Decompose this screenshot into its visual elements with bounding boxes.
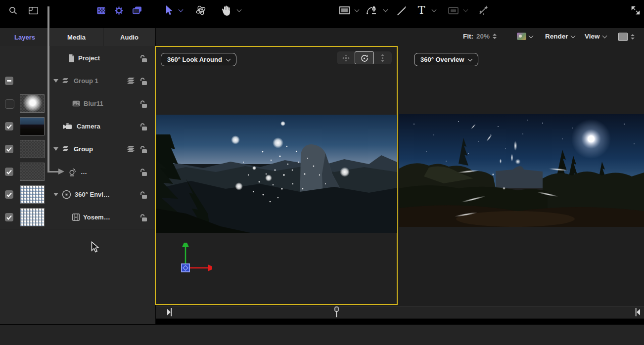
gear-icon — [115, 6, 123, 15]
timeline-out-marker[interactable] — [635, 308, 640, 316]
lock-open-icon[interactable] — [139, 145, 147, 154]
render-label: Render — [545, 33, 568, 40]
view-label: View — [585, 33, 600, 40]
layer-row-camera[interactable]: Camera — [0, 115, 155, 138]
overview-mode-dropdown[interactable]: 360° Overview — [414, 53, 478, 66]
rectangle-shape-tool[interactable] — [337, 0, 351, 21]
film-clip-icon — [72, 214, 80, 221]
layer-thumbnail[interactable] — [20, 163, 45, 181]
expand-diagonal-icon — [631, 6, 640, 15]
layer-name: Blur11 — [84, 100, 103, 107]
layer-row-group[interactable]: Group — [0, 138, 155, 161]
layer-thumbnail[interactable] — [20, 185, 45, 204]
layer-thumbnail[interactable] — [20, 140, 45, 158]
overview-mode-label: 360° Overview — [420, 56, 464, 63]
activation-checkbox-mixed[interactable] — [5, 77, 13, 85]
lock-open-icon[interactable] — [139, 77, 147, 86]
render-menu[interactable]: Render — [545, 33, 575, 40]
render-settings-toggle[interactable] — [112, 0, 126, 21]
text-tool-dropdown[interactable] — [429, 0, 438, 21]
dolly-tool-button[interactable] — [374, 51, 392, 64]
mask-tool-disabled[interactable] — [446, 0, 460, 21]
pen-tool-dropdown[interactable] — [381, 0, 390, 21]
timeline-in-marker[interactable] — [167, 308, 172, 316]
layer-thumbnail[interactable] — [20, 94, 45, 113]
layer-row-project[interactable]: Project — [0, 47, 155, 70]
mask-rectangle-icon — [448, 7, 459, 14]
lock-open-icon[interactable] — [139, 191, 147, 199]
sphere-360-icon — [62, 190, 71, 199]
tab-audio[interactable]: Audio — [103, 28, 155, 46]
chevron-down-icon — [226, 56, 230, 61]
zoom-level-control[interactable]: Fit: 20% — [463, 33, 497, 40]
orbit-tool-button-selected[interactable] — [355, 51, 373, 64]
lock-open-icon[interactable] — [139, 214, 147, 222]
show-hud-toggle[interactable] — [130, 0, 144, 21]
disclosure-triangle[interactable] — [53, 79, 58, 83]
tab-layers[interactable]: Layers — [0, 28, 50, 46]
mini-timeline[interactable] — [156, 306, 644, 319]
view-tool-dropdown[interactable] — [234, 0, 243, 21]
camera-icon — [62, 123, 73, 130]
orbit-rotate-icon — [360, 54, 368, 62]
shape-tool-dropdown[interactable] — [352, 0, 361, 21]
activation-checkbox-checked[interactable] — [5, 145, 13, 153]
lock-open-icon[interactable] — [139, 54, 147, 63]
timeline-playhead[interactable] — [334, 306, 339, 317]
chevron-down-icon — [570, 33, 575, 38]
layer-row-blur11[interactable]: Blur11 — [0, 92, 155, 116]
adjust-item-tool[interactable] — [476, 0, 491, 21]
3d-transform-gizmo[interactable] — [174, 236, 221, 277]
disclosure-triangle[interactable] — [53, 147, 58, 151]
chevron-down-icon — [602, 33, 607, 38]
viewport-overview-image[interactable] — [399, 114, 644, 227]
lock-open-icon[interactable] — [139, 100, 147, 108]
layout-stepper[interactable] — [631, 34, 635, 40]
search-button[interactable] — [6, 0, 20, 21]
expand-view-button[interactable] — [629, 0, 642, 21]
disclosure-triangle[interactable] — [53, 193, 58, 196]
layer-row-emitter[interactable]: … — [0, 161, 155, 184]
bezier-pen-tool[interactable] — [365, 0, 380, 21]
project-pane-toggle[interactable] — [26, 0, 41, 21]
viewport-look-around-image[interactable] — [156, 115, 397, 233]
tab-media[interactable]: Media — [50, 28, 103, 46]
activation-checkbox-checked[interactable] — [5, 122, 13, 130]
layer-thumbnail[interactable] — [20, 208, 45, 226]
emitter-icon — [68, 168, 77, 176]
pan-hand-tool[interactable] — [220, 0, 232, 21]
3d-transform-tool[interactable] — [194, 0, 208, 21]
orbit-3d-icon — [195, 5, 206, 16]
zoom-stepper[interactable] — [493, 34, 497, 39]
layer-row-360-environment[interactable]: 360° Envi… — [0, 183, 155, 207]
line-tool[interactable] — [395, 0, 409, 21]
lock-open-icon[interactable] — [139, 123, 147, 131]
activation-checkbox-checked[interactable] — [5, 168, 13, 176]
layer-name: Yosem… — [83, 214, 110, 221]
select-arrow-icon — [166, 5, 173, 15]
document-icon — [68, 54, 75, 62]
show-alpha-toggle[interactable] — [94, 0, 108, 21]
layout-selector[interactable] — [618, 33, 635, 41]
layer-name: Camera — [77, 123, 100, 130]
select-transform-tool[interactable] — [163, 0, 175, 21]
pan-tool-button[interactable] — [337, 51, 355, 64]
lock-open-icon[interactable] — [139, 168, 147, 176]
activation-checkbox-unchecked[interactable] — [5, 99, 14, 109]
layer-thumbnail[interactable] — [20, 117, 45, 135]
select-tool-dropdown[interactable] — [176, 0, 185, 21]
text-tool-glyph: T — [418, 5, 425, 16]
color-channels-icon — [517, 33, 526, 40]
layer-row-group1[interactable]: Group 1 — [0, 70, 155, 93]
channels-dropdown[interactable] — [517, 33, 533, 40]
chevron-down-icon — [354, 7, 359, 12]
activation-checkbox-checked[interactable] — [5, 213, 13, 221]
chevron-down-icon — [463, 7, 468, 12]
activation-checkbox-checked[interactable] — [5, 190, 13, 199]
camera-mode-dropdown[interactable]: 360° Look Around — [161, 53, 236, 66]
view-menu[interactable]: View — [585, 33, 606, 40]
checkerboard-icon — [97, 7, 105, 14]
text-tool[interactable]: T — [415, 0, 427, 21]
layer-row-yosemite-clip[interactable]: Yosem… — [0, 206, 155, 229]
mask-tool-dropdown-disabled[interactable] — [461, 0, 470, 21]
